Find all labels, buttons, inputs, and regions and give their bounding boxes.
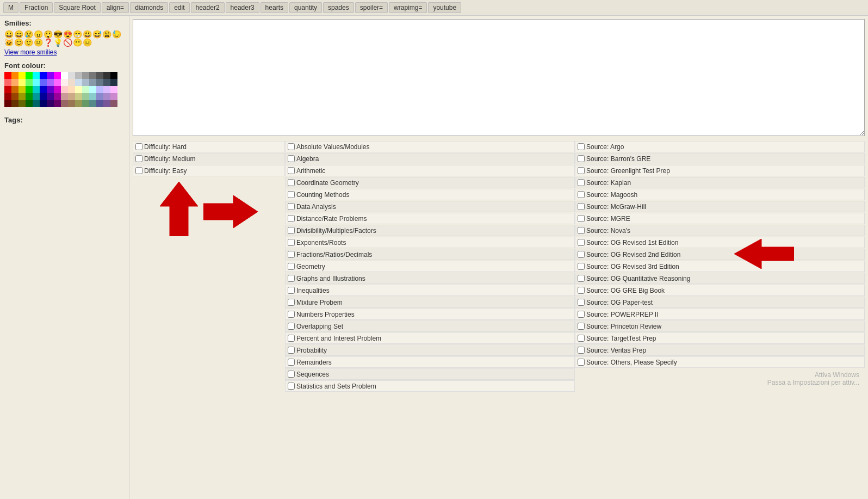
colour-swatch[interactable] — [110, 72, 117, 79]
source-tag-item[interactable]: Source: POWERPREP II — [575, 309, 865, 320]
colour-swatch[interactable] — [61, 79, 68, 86]
colour-swatch[interactable] — [33, 72, 40, 79]
colour-swatch[interactable] — [11, 93, 18, 100]
colour-swatch[interactable] — [26, 93, 33, 100]
topic-checkbox[interactable] — [288, 347, 295, 354]
colour-swatch[interactable] — [26, 86, 33, 93]
topic-checkbox[interactable] — [288, 251, 295, 258]
source-checkbox[interactable] — [578, 215, 585, 222]
topic-tag-item[interactable]: Arithmetic — [285, 165, 575, 176]
source-checkbox[interactable] — [578, 167, 585, 174]
colour-swatch[interactable] — [89, 79, 96, 86]
colour-swatch[interactable] — [4, 72, 11, 79]
tab-item[interactable]: header3 — [226, 2, 259, 13]
colour-swatch[interactable] — [26, 100, 33, 107]
tab-item[interactable]: wrapimg= — [389, 2, 427, 13]
topic-tag-item[interactable]: Counting Methods — [285, 189, 575, 200]
colour-swatch[interactable] — [33, 86, 40, 93]
topic-tag-item[interactable]: Coordinate Geometry — [285, 177, 575, 188]
smiley-icon[interactable]: 😄 — [14, 30, 23, 38]
tab-item[interactable]: youtube — [428, 2, 461, 13]
colour-swatch[interactable] — [68, 100, 75, 107]
colour-swatch[interactable] — [68, 86, 75, 93]
topic-tag-item[interactable]: Divisibility/Multiples/Factors — [285, 225, 575, 236]
view-more-smilies-link[interactable]: View more smilies — [4, 48, 125, 56]
colour-swatch[interactable] — [54, 79, 61, 86]
tab-item[interactable]: quantity — [289, 2, 322, 13]
colour-swatch[interactable] — [4, 100, 11, 107]
difficulty-checkbox[interactable] — [135, 143, 142, 150]
colour-swatch[interactable] — [18, 93, 26, 100]
source-checkbox[interactable] — [578, 263, 585, 270]
source-checkbox[interactable] — [578, 191, 585, 198]
source-checkbox[interactable] — [578, 311, 585, 318]
tab-item[interactable]: Fraction — [20, 2, 53, 13]
smiley-icon[interactable]: 😅 — [92, 30, 102, 38]
colour-swatch[interactable] — [103, 72, 110, 79]
difficulty-tag-item[interactable]: Difficulty: Hard — [133, 141, 285, 152]
difficulty-tag-item[interactable]: Difficulty: Medium — [133, 153, 285, 164]
source-tag-item[interactable]: Source: OG Revised 3rd Edition — [575, 261, 865, 272]
source-tag-item[interactable]: Source: Argo — [575, 141, 865, 152]
topic-checkbox[interactable] — [288, 275, 295, 282]
topic-tag-item[interactable]: Remainders — [285, 356, 575, 368]
difficulty-tag-item[interactable]: Difficulty: Easy — [133, 165, 285, 176]
topic-checkbox[interactable] — [288, 287, 295, 294]
colour-swatch[interactable] — [11, 79, 18, 86]
source-checkbox[interactable] — [578, 275, 585, 282]
colour-swatch[interactable] — [40, 72, 47, 79]
colour-swatch[interactable] — [75, 79, 82, 86]
topic-tag-item[interactable]: Sequences — [285, 368, 575, 380]
smiley-icon[interactable]: 😩 — [102, 30, 111, 38]
tab-item[interactable]: edit — [169, 2, 189, 13]
colour-swatch[interactable] — [47, 86, 54, 93]
topic-tag-item[interactable]: Geometry — [285, 261, 575, 272]
source-tag-item[interactable]: Source: OG Quantitative Reasoning — [575, 273, 865, 284]
colour-swatch[interactable] — [54, 93, 61, 100]
source-tag-item[interactable]: Source: Veritas Prep — [575, 344, 865, 356]
colour-swatch[interactable] — [96, 93, 103, 100]
tab-item[interactable]: diamonds — [130, 2, 168, 13]
tab-item[interactable]: header2 — [191, 2, 225, 13]
colour-swatch[interactable] — [40, 100, 47, 107]
smiley-icon[interactable]: 😠 — [34, 30, 43, 38]
source-tag-item[interactable]: Source: OG Revised 1st Edition — [575, 237, 865, 248]
topic-checkbox[interactable] — [288, 203, 295, 210]
colour-swatch[interactable] — [47, 100, 54, 107]
colour-swatch[interactable] — [68, 79, 75, 86]
colour-swatch[interactable] — [4, 79, 11, 86]
tab-item[interactable]: spades — [323, 2, 354, 13]
smiley-icon[interactable]: 😀 — [4, 30, 14, 38]
colour-swatch[interactable] — [11, 86, 18, 93]
topic-checkbox[interactable] — [288, 383, 295, 390]
topic-checkbox[interactable] — [288, 191, 295, 198]
editor-textarea[interactable] — [133, 19, 865, 136]
smiley-icon[interactable]: 😎 — [53, 30, 63, 38]
colour-swatch[interactable] — [54, 86, 61, 93]
colour-swatch[interactable] — [103, 86, 110, 93]
topic-tag-item[interactable]: Algebra — [285, 153, 575, 164]
colour-swatch[interactable] — [82, 100, 89, 107]
source-tag-item[interactable]: Source: OG Paper-test — [575, 297, 865, 308]
source-checkbox[interactable] — [578, 323, 585, 330]
tab-item[interactable]: Square Root — [54, 2, 100, 13]
topic-tag-item[interactable]: Inequalities — [285, 285, 575, 296]
colour-swatch[interactable] — [61, 72, 68, 79]
colour-swatch[interactable] — [103, 79, 110, 86]
colour-swatch[interactable] — [40, 86, 47, 93]
colour-swatch[interactable] — [89, 86, 96, 93]
colour-swatch[interactable] — [75, 72, 82, 79]
colour-swatch[interactable] — [89, 72, 96, 79]
smiley-icon[interactable]: 😲 — [44, 30, 53, 38]
colour-swatch[interactable] — [96, 100, 103, 107]
colour-swatch[interactable] — [96, 72, 103, 79]
colour-swatch[interactable] — [110, 86, 117, 93]
topic-checkbox[interactable] — [288, 239, 295, 246]
colour-swatch[interactable] — [110, 79, 117, 86]
colour-swatch[interactable] — [18, 79, 26, 86]
topic-tag-item[interactable]: Absolute Values/Modules — [285, 141, 575, 152]
topic-tag-item[interactable]: Overlapping Set — [285, 321, 575, 332]
colour-swatch[interactable] — [82, 79, 89, 86]
colour-swatch[interactable] — [11, 100, 18, 107]
topic-checkbox[interactable] — [288, 155, 295, 162]
